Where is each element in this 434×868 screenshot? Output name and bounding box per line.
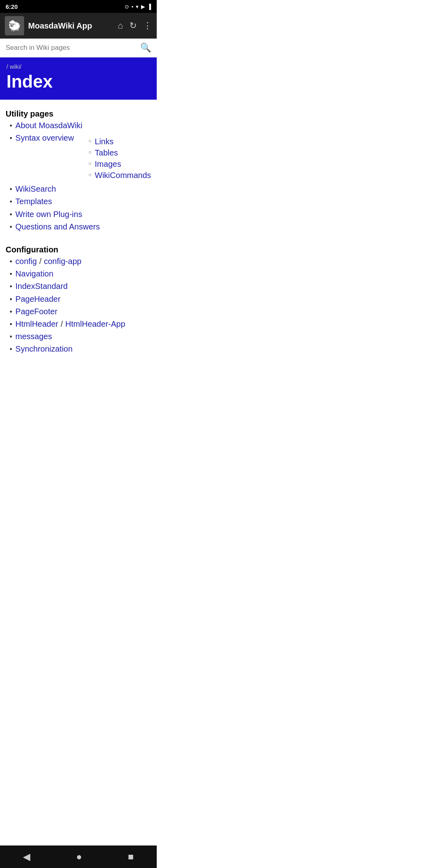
sub-link-0-1-3[interactable]: WikiCommands (95, 171, 151, 180)
battery-icon: ▐ (147, 4, 151, 10)
link-1-6[interactable]: messages (15, 332, 52, 341)
sim-icon: ▪ (131, 4, 133, 10)
home-icon[interactable]: ⌂ (118, 20, 123, 31)
list-item: messages (10, 332, 151, 342)
signal-icon: ▶ (141, 4, 145, 10)
list-item: Navigation (10, 269, 151, 279)
link-1-0-0[interactable]: config (15, 257, 37, 266)
wiki-header: / wiki/ Index (0, 57, 157, 100)
sub-link-0-1-0[interactable]: Links (95, 137, 114, 146)
search-icon[interactable]: 🔍 (140, 43, 151, 53)
list-item: config/config-app (10, 257, 151, 267)
link-1-7[interactable]: Synchronization (15, 344, 72, 354)
list-item: PageHeader (10, 295, 151, 305)
status-icons: ⊙ ▪ ▾ ▶ ▐ (125, 4, 151, 10)
link-1-4[interactable]: PageFooter (15, 307, 57, 316)
list-item: Templates (10, 197, 151, 207)
link-1-3[interactable]: PageHeader (15, 295, 60, 304)
list-item: Synchronization (10, 344, 151, 354)
link-1-5-1[interactable]: HtmlHeader-App (66, 319, 125, 329)
section-heading-1: Configuration (6, 245, 151, 254)
refresh-icon[interactable]: ↻ (129, 20, 137, 31)
section-list-0: About MoasdaWikiSyntax overviewLinksTabl… (6, 121, 151, 232)
sub-list-item: Images (88, 160, 151, 169)
link-1-1[interactable]: Navigation (15, 269, 53, 278)
app-logo: 🐑 (5, 16, 24, 35)
section-list-1: config/config-appNavigationIndexStandard… (6, 257, 151, 355)
list-item: PageFooter (10, 307, 151, 317)
link-1-5-0[interactable]: HtmlHeader (15, 319, 58, 329)
link-separator: / (61, 319, 63, 329)
wifi-icon: ▾ (136, 4, 139, 10)
search-bar: 🔍 (0, 39, 157, 57)
list-item: IndexStandard (10, 282, 151, 292)
link-1-2[interactable]: IndexStandard (15, 282, 68, 291)
status-time: 6:20 (6, 3, 18, 10)
section-heading-0: Utility pages (6, 109, 151, 119)
link-0-3[interactable]: Templates (15, 197, 52, 206)
sub-list-item: Tables (88, 148, 151, 158)
wiki-path: / wiki/ (6, 63, 150, 70)
sub-list: LinksTablesImagesWikiCommands (77, 135, 151, 182)
link-1-0-1[interactable]: config-app (44, 257, 81, 266)
sub-list-item: Links (88, 137, 151, 146)
list-item: Questions and Answers (10, 222, 151, 232)
sub-list-item: WikiCommands (88, 171, 151, 180)
link-0-4[interactable]: Write own Plug-ins (15, 210, 82, 219)
sub-link-0-1-1[interactable]: Tables (95, 148, 118, 158)
content: Utility pagesAbout MoasdaWikiSyntax over… (0, 100, 157, 362)
link-0-0[interactable]: About MoasdaWiki (15, 121, 82, 130)
link-0-2[interactable]: WikiSearch (15, 184, 56, 194)
list-item: WikiSearch (10, 184, 151, 194)
list-item: About MoasdaWiki (10, 121, 151, 131)
link-0-5[interactable]: Questions and Answers (15, 222, 100, 231)
list-item: HtmlHeader/HtmlHeader-App (10, 319, 151, 330)
link-separator: / (39, 257, 42, 266)
list-item: Syntax overviewLinksTablesImagesWikiComm… (10, 133, 151, 182)
app-bar: 🐑 MoasdaWiki App ⌂ ↻ ⋮ (0, 13, 157, 39)
logo-emoji: 🐑 (8, 20, 21, 32)
app-title: MoasdaWiki App (28, 21, 114, 31)
sub-link-0-1-2[interactable]: Images (95, 160, 121, 169)
at-icon: ⊙ (125, 4, 129, 10)
status-bar: 6:20 ⊙ ▪ ▾ ▶ ▐ (0, 0, 157, 13)
list-item: Write own Plug-ins (10, 210, 151, 220)
wiki-title: Index (6, 72, 150, 92)
search-input[interactable] (6, 44, 136, 52)
link-0-1[interactable]: Syntax overview (15, 133, 74, 143)
app-bar-actions: ⌂ ↻ ⋮ (118, 20, 152, 31)
more-menu-icon[interactable]: ⋮ (143, 20, 152, 31)
